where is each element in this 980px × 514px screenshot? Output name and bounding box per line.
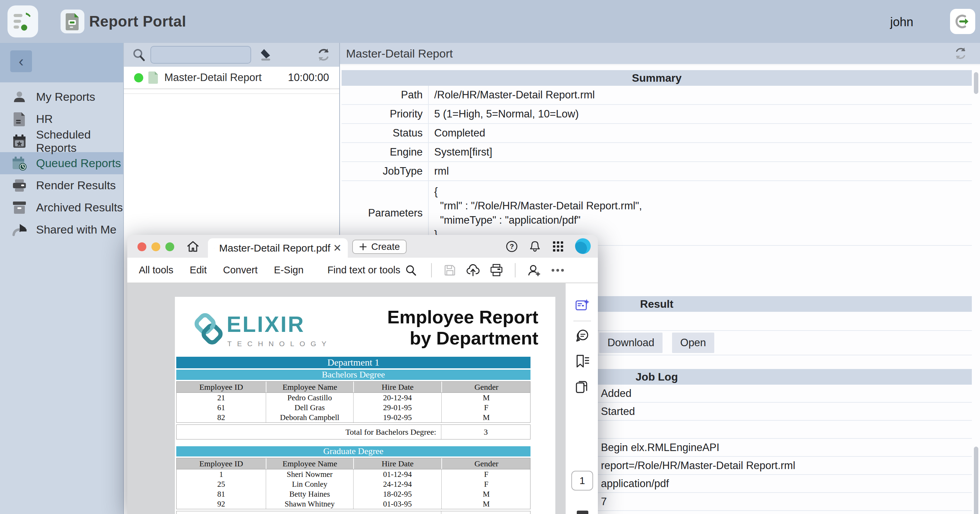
bookmarks-icon[interactable]: [574, 353, 590, 370]
summary-value: 5 (1=High, 5=Normal, 10=Low): [429, 108, 579, 120]
cell: 61: [177, 403, 266, 412]
minimize-window-button[interactable]: [151, 242, 160, 251]
close-window-button[interactable]: [137, 242, 146, 251]
table-header-row: Employee ID Employee Name Hire Date Gend…: [176, 458, 530, 469]
all-tools-menu[interactable]: All tools: [139, 264, 173, 276]
pdf-doc-header: ELIXIR TECHNOLOGY Employee Report by Dep…: [175, 297, 555, 357]
col-header: Employee ID: [177, 458, 266, 469]
sidebar-item-my-reports[interactable]: My Reports: [0, 86, 123, 108]
pdf-right-rail: 1: [565, 283, 598, 514]
scrollbar-thumb[interactable]: [974, 447, 978, 514]
find-label: Find text or tools: [327, 264, 400, 276]
create-button[interactable]: Create: [352, 240, 407, 254]
clear-search-icon[interactable]: [259, 47, 274, 62]
page-title: Report Portal: [89, 13, 186, 30]
ai-assistant-icon[interactable]: [574, 298, 590, 314]
more-options-icon[interactable]: [551, 268, 565, 272]
col-header: Gender: [441, 458, 531, 469]
cell: Pedro Castillo: [266, 393, 353, 403]
printer-icon: [11, 178, 27, 193]
cell: 01-12-94: [353, 469, 441, 479]
detail-refresh-icon[interactable]: [953, 46, 968, 60]
report-portal-app: Report Portal john ‹ My Reports: [0, 0, 980, 514]
status-dot-green: [134, 73, 143, 83]
search-input[interactable]: [150, 46, 251, 64]
summary-label: Status: [342, 124, 429, 142]
rail-partial-icon[interactable]: [577, 511, 588, 514]
table-row: 82 Deborah Campbell 19-02-95 M: [177, 412, 530, 422]
comments-icon[interactable]: [574, 328, 590, 344]
find-text-button[interactable]: Find text or tools: [327, 264, 417, 276]
summary-value: /Role/HR/Master-Detail Report.rml: [429, 89, 595, 101]
report-portal-icon[interactable]: [60, 10, 84, 33]
tab-close-icon[interactable]: ✕: [333, 242, 342, 254]
logout-button[interactable]: [950, 9, 975, 34]
scrollbar-thumb[interactable]: [974, 72, 978, 94]
home-icon[interactable]: [186, 239, 200, 254]
summary-row-priority: Priority 5 (1=High, 5=Normal, 10=Low): [342, 105, 972, 124]
summary-section: Summary Path /Role/HR/Master-Detail Repo…: [342, 70, 972, 246]
total-row-graduate-partial: [176, 511, 530, 514]
elixir-ambience-logo[interactable]: [8, 5, 38, 37]
rail-divider: [573, 321, 591, 321]
cell: Shawn Whitney: [266, 499, 353, 509]
queue-item-master-detail-report[interactable]: Master-Detail Report 10:00:00: [124, 67, 339, 89]
table-row: 1 Sheri Nowmer 01-12-94 F: [177, 469, 530, 479]
department-band: Department 1: [176, 357, 530, 368]
share-upload-icon[interactable]: [466, 263, 480, 277]
sidebar-item-hr[interactable]: HR: [0, 108, 123, 130]
pages-icon[interactable]: [574, 379, 590, 396]
notifications-bell-icon[interactable]: [527, 239, 542, 254]
queue-item-time: 10:00:00: [288, 72, 329, 84]
search-icon: [132, 48, 146, 62]
cell: 29-01-95: [353, 403, 441, 412]
print-icon[interactable]: [490, 263, 503, 277]
cell: 20-12-94: [353, 393, 441, 403]
esign-menu[interactable]: E-Sign: [274, 264, 304, 276]
cell: Deborah Campbell: [266, 412, 353, 422]
edit-menu[interactable]: Edit: [190, 264, 207, 276]
add-reviewer-icon[interactable]: [527, 263, 541, 277]
download-button[interactable]: Download: [599, 333, 662, 353]
cell: 19-02-95: [353, 412, 441, 422]
section-band-bachelors: Bachelors Degree: [176, 370, 530, 380]
sidebar-item-queued-reports[interactable]: Queued Reports: [0, 152, 123, 174]
report-document-icon: [65, 13, 80, 30]
sidebar-collapse-button[interactable]: ‹: [10, 50, 32, 72]
sidebar-item-render-results[interactable]: Render Results: [0, 174, 123, 196]
summary-row-status: Status Completed: [342, 124, 972, 143]
table-header-row: Employee ID Employee Name Hire Date Gend…: [176, 381, 530, 393]
apps-grid-icon[interactable]: [550, 239, 566, 254]
cell: Lin Conley: [266, 479, 353, 489]
summary-value: rml: [429, 165, 449, 177]
account-avatar[interactable]: [575, 238, 591, 254]
zoom-window-button[interactable]: [165, 242, 174, 251]
sidebar-item-shared-with-me[interactable]: Shared with Me: [0, 218, 123, 241]
pdf-document-tab[interactable]: Master-Detail Report.pdf ✕: [208, 238, 348, 258]
sidebar-item-scheduled-reports[interactable]: Scheduled Reports: [0, 130, 123, 152]
toolbar-divider: [515, 263, 515, 277]
doc-title-line1: Employee Report: [387, 306, 538, 328]
summary-label: Path: [342, 86, 429, 104]
detail-header: Master-Detail Report: [340, 43, 980, 65]
summary-label: JobType: [342, 162, 429, 180]
open-button[interactable]: Open: [672, 333, 714, 353]
col-header: Employee Name: [266, 458, 353, 469]
elixir-logo-subtext: TECHNOLOGY: [227, 340, 332, 348]
cell: 25: [177, 479, 266, 489]
tab-title: Master-Detail Report.pdf: [219, 242, 331, 254]
sidebar-item-archived-results[interactable]: Archived Results: [0, 196, 123, 218]
queue-toolbar: [124, 43, 339, 67]
refresh-icon[interactable]: [316, 47, 331, 62]
col-header: Hire Date: [353, 382, 441, 393]
help-icon[interactable]: ?: [504, 239, 519, 254]
elixir-knot-logo: [192, 312, 224, 346]
page-number-box[interactable]: 1: [571, 471, 593, 490]
sidebar-item-label: HR: [36, 112, 53, 126]
convert-menu[interactable]: Convert: [223, 264, 258, 276]
create-label: Create: [371, 241, 400, 252]
sidebar-nav: My Reports HR Scheduled Reports Queued R…: [0, 83, 123, 241]
cell: F: [441, 403, 531, 412]
cell: M: [441, 489, 531, 499]
star-icon[interactable]: [214, 243, 215, 253]
